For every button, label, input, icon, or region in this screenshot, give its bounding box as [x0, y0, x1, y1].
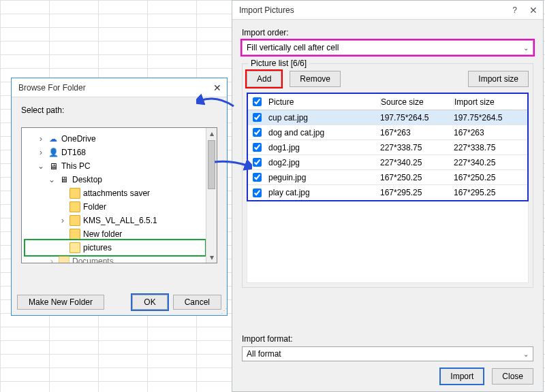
scroll-down-icon[interactable]: ▾ — [206, 252, 217, 263]
import-order-value: Fill vertically cell after cell — [247, 43, 339, 52]
tree-node-folder[interactable]: ›KMS_VL_ALL_6.5.1 — [26, 214, 204, 227]
scroll-thumb[interactable] — [208, 140, 215, 189]
row-checkbox[interactable] — [253, 173, 262, 182]
folder-tree[interactable]: ›OneDrive ›DT168 ⌄This PC ⌄Desktop attac… — [22, 128, 206, 263]
row-checkbox[interactable] — [253, 158, 262, 167]
help-icon[interactable]: ? — [512, 1, 517, 20]
table-row[interactable]: cup cat.jpg 197.75*264.5 197.75*264.5 — [248, 110, 527, 125]
chevron-down-icon: ⌄ — [523, 44, 529, 52]
expand-icon[interactable]: › — [37, 134, 45, 144]
tree-node-dt168[interactable]: ›DT168 — [26, 146, 204, 159]
import-format-value: All format — [247, 349, 281, 359]
header-importsize[interactable]: Import size — [454, 97, 527, 107]
row-checkbox[interactable] — [253, 143, 262, 152]
table-row[interactable]: peguin.jpg 167*250.25 167*250.25 — [248, 170, 527, 185]
picture-list-legend: Picture list [6/6] — [248, 59, 309, 68]
tree-node-desktop[interactable]: ⌄Desktop — [26, 173, 204, 186]
chevron-down-icon: ⌄ — [523, 350, 529, 358]
table-row[interactable]: dog2.jpg 227*340.25 227*340.25 — [248, 155, 527, 170]
tree-node-folder[interactable]: New folder — [26, 227, 204, 241]
resize-grip-icon[interactable]: ⋰ — [221, 308, 225, 314]
import-title: Import Pictures — [239, 1, 294, 20]
expand-icon[interactable]: › — [37, 148, 45, 157]
ok-button[interactable]: OK — [132, 295, 167, 310]
import-order-combo[interactable]: Fill vertically cell after cell ⌄ — [242, 40, 533, 55]
collapse-icon[interactable]: ⌄ — [37, 161, 45, 171]
tree-node-pictures[interactable]: pictures — [26, 241, 204, 255]
tree-node-folder[interactable]: Folder — [26, 200, 204, 214]
browse-folder-dialog: Browse For Folder ✕ Select path: ›OneDri… — [11, 78, 228, 316]
cloud-icon — [48, 133, 59, 144]
table-row[interactable]: dog1.jpg 227*338.75 227*338.75 — [248, 140, 527, 155]
import-size-button[interactable]: Import size — [468, 71, 529, 87]
expand-icon[interactable]: › — [48, 257, 56, 263]
tree-scrollbar[interactable]: ▴ ▾ — [206, 128, 217, 263]
import-pictures-dialog: Import Pictures ? ✕ Import order: Fill v… — [232, 0, 544, 392]
close-icon[interactable]: ✕ — [529, 1, 538, 20]
browse-title: Browse For Folder — [18, 78, 86, 97]
select-all-checkbox[interactable] — [253, 97, 262, 106]
remove-button[interactable]: Remove — [290, 71, 341, 87]
select-path-label: Select path: — [21, 105, 217, 115]
desktop-icon — [59, 174, 69, 185]
tree-node-folder[interactable]: attachments saver — [26, 186, 204, 200]
folder-icon — [69, 188, 80, 199]
close-button[interactable]: Close — [492, 368, 533, 385]
import-format-label: Import format: — [242, 334, 533, 344]
folder-open-icon — [69, 242, 80, 253]
table-empty-area — [247, 201, 529, 283]
import-order-label: Import order: — [242, 28, 533, 37]
folder-icon — [69, 201, 80, 212]
close-icon[interactable]: ✕ — [213, 78, 221, 97]
import-button[interactable]: Import — [440, 368, 484, 385]
table-row[interactable]: dog and cat.jpg 167*263 167*263 — [248, 125, 527, 140]
tree-node-thispc[interactable]: ⌄This PC — [26, 159, 204, 173]
expand-icon[interactable]: › — [59, 216, 67, 225]
pc-icon — [48, 161, 59, 172]
collapse-icon[interactable]: ⌄ — [48, 175, 56, 184]
import-format-combo[interactable]: All format ⌄ — [242, 346, 533, 361]
table-row[interactable]: play cat.jpg 167*295.25 167*295.25 — [248, 185, 527, 200]
add-button[interactable]: Add — [247, 71, 281, 87]
picture-table: Picture Source size Import size cup cat.… — [247, 93, 529, 201]
tree-node-documents[interactable]: ›Documents — [26, 255, 204, 263]
row-checkbox[interactable] — [253, 113, 262, 122]
folder-icon — [69, 215, 80, 226]
row-checkbox[interactable] — [253, 189, 262, 197]
header-picture[interactable]: Picture — [266, 97, 380, 107]
make-new-folder-button[interactable]: Make New Folder — [17, 295, 104, 310]
folder-icon — [59, 256, 69, 263]
scroll-up-icon[interactable]: ▴ — [206, 128, 217, 139]
picture-list-group: Picture list [6/6] Add Remove Import siz… — [242, 63, 533, 288]
tree-node-onedrive[interactable]: ›OneDrive — [26, 132, 204, 146]
cancel-button[interactable]: Cancel — [173, 295, 221, 310]
folder-icon — [69, 229, 80, 240]
import-titlebar[interactable]: Import Pictures ? ✕ — [232, 1, 543, 20]
table-header-row: Picture Source size Import size — [248, 94, 527, 110]
header-source[interactable]: Source size — [380, 97, 454, 107]
browse-titlebar[interactable]: Browse For Folder ✕ — [12, 78, 227, 97]
row-checkbox[interactable] — [253, 128, 262, 137]
user-icon — [48, 147, 59, 158]
